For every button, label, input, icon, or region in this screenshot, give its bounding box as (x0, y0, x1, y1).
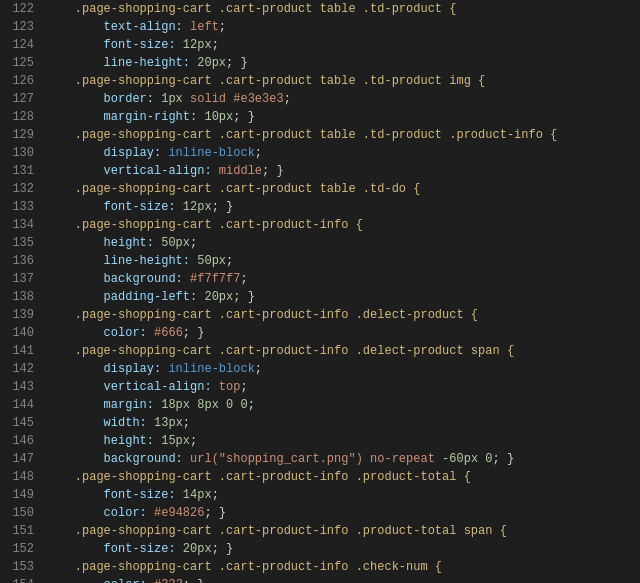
code-token: .page-shopping-cart .cart-product table … (46, 128, 557, 142)
code-token: .page-shopping-cart .cart-product table … (46, 2, 456, 16)
code-token: 18px (161, 398, 190, 412)
line-numbers: 1221231241251261271281291301311321331341… (0, 0, 42, 583)
code-token: width: (46, 416, 154, 430)
code-token: .page-shopping-cart .cart-product-info .… (46, 344, 514, 358)
code-line: font-size: 14px; (46, 486, 640, 504)
code-line: line-height: 50px; (46, 252, 640, 270)
code-token: font-size: (46, 488, 183, 502)
line-number: 127 (8, 90, 34, 108)
code-line: .page-shopping-cart .cart-product table … (46, 180, 640, 198)
code-token: inline (168, 362, 211, 376)
code-token: .page-shopping-cart .cart-product-info .… (46, 308, 478, 322)
code-line: background: #f7f7f7; (46, 270, 640, 288)
line-number: 136 (8, 252, 34, 270)
code-token: display: (46, 146, 168, 160)
code-token: left (190, 20, 219, 34)
line-number: 133 (8, 198, 34, 216)
code-token: font-size: (46, 542, 183, 556)
code-token: 15px (161, 434, 190, 448)
line-number: 153 (8, 558, 34, 576)
line-number: 143 (8, 378, 34, 396)
code-token: .page-shopping-cart .cart-product-info { (46, 218, 363, 232)
code-line: width: 13px; (46, 414, 640, 432)
line-number: 148 (8, 468, 34, 486)
code-token: 0 (485, 452, 492, 466)
code-token: vertical-align: (46, 164, 219, 178)
code-token: -block (212, 362, 255, 376)
code-token: ; (248, 398, 255, 412)
line-number: 128 (8, 108, 34, 126)
code-line: vertical-align: top; (46, 378, 640, 396)
code-token: #f7f7f7 (190, 272, 240, 286)
code-token: vertical-align: (46, 380, 219, 394)
line-number: 144 (8, 396, 34, 414)
code-token: line-height: (46, 56, 197, 70)
code-line: color: #e94826; } (46, 504, 640, 522)
code-line: .page-shopping-cart .cart-product-info { (46, 216, 640, 234)
code-token: color: (46, 326, 154, 340)
code-token: ; (226, 254, 233, 268)
line-number: 147 (8, 450, 34, 468)
code-token: height: (46, 434, 161, 448)
code-token: color: (46, 578, 154, 583)
code-line: .page-shopping-cart .cart-product-info .… (46, 558, 640, 576)
code-token: ; (255, 362, 262, 376)
code-token: url("shopping_cart.png") (190, 452, 363, 466)
code-token: #666 (154, 326, 183, 340)
code-token: .page-shopping-cart .cart-product-info .… (46, 524, 507, 538)
code-line: .page-shopping-cart .cart-product table … (46, 126, 640, 144)
code-line: .page-shopping-cart .cart-product table … (46, 0, 640, 18)
code-token: margin-right: (46, 110, 204, 124)
line-number: 125 (8, 54, 34, 72)
code-line: margin: 18px 8px 0 0; (46, 396, 640, 414)
code-token: ; (284, 92, 291, 106)
code-token: display: (46, 362, 168, 376)
line-number: 135 (8, 234, 34, 252)
code-token: border: (46, 92, 161, 106)
code-token: .page-shopping-cart .cart-product-info .… (46, 560, 442, 574)
code-token: ; } (233, 290, 255, 304)
line-number: 145 (8, 414, 34, 432)
code-token (219, 398, 226, 412)
line-number: 141 (8, 342, 34, 360)
code-token: padding-left: (46, 290, 204, 304)
code-token: solid (183, 92, 233, 106)
line-number: 146 (8, 432, 34, 450)
code-token: 1px (161, 92, 183, 106)
code-token: ; } (183, 578, 205, 583)
code-line: .page-shopping-cart .cart-product-info .… (46, 306, 640, 324)
code-token: .page-shopping-cart .cart-product table … (46, 182, 420, 196)
code-token: .page-shopping-cart .cart-product table … (46, 74, 485, 88)
line-number: 129 (8, 126, 34, 144)
code-token: 20px (183, 542, 212, 556)
code-token: -60px (442, 452, 478, 466)
code-token: ; (219, 20, 226, 34)
code-token: color: (46, 506, 154, 520)
line-number: 151 (8, 522, 34, 540)
code-token: 12px (183, 200, 212, 214)
code-token: #e3e3e3 (233, 92, 283, 106)
code-line: padding-left: 20px; } (46, 288, 640, 306)
code-token: ; } (226, 56, 248, 70)
code-token: margin: (46, 398, 161, 412)
code-line: .page-shopping-cart .cart-product-info .… (46, 468, 640, 486)
line-number: 140 (8, 324, 34, 342)
code-token: 20px (204, 290, 233, 304)
code-line: .page-shopping-cart .cart-product-info .… (46, 342, 640, 360)
code-token: #e94826 (154, 506, 204, 520)
code-line: .page-shopping-cart .cart-product-info .… (46, 522, 640, 540)
code-token: ; (190, 434, 197, 448)
code-token: 12px (183, 38, 212, 52)
code-token: no-repeat (363, 452, 442, 466)
line-number: 149 (8, 486, 34, 504)
line-number: 134 (8, 216, 34, 234)
line-number: 150 (8, 504, 34, 522)
code-token: ; (183, 416, 190, 430)
code-line: color: #333; } (46, 576, 640, 583)
line-number: 122 (8, 0, 34, 18)
code-token: background: (46, 452, 190, 466)
code-token: ; (240, 380, 247, 394)
code-token: 8px (197, 398, 219, 412)
line-number: 152 (8, 540, 34, 558)
line-number: 124 (8, 36, 34, 54)
